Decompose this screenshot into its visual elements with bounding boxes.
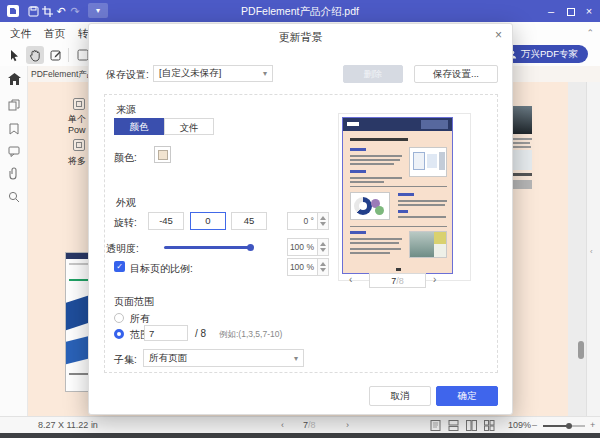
scale-spinner[interactable]: 100 % — [287, 258, 329, 276]
rotate-plus45-button[interactable]: 45 — [231, 212, 267, 230]
range-total: / 8 — [195, 328, 206, 339]
cancel-button[interactable]: 取消 — [369, 386, 431, 406]
maximize-button[interactable] — [562, 0, 580, 22]
page-gutter — [568, 82, 586, 416]
rotate-minus45-button[interactable]: -45 — [148, 212, 184, 230]
update-background-dialog: 更新背景 × 保存设置: [自定义未保存] ▾ 删除 保存设置... 来源 颜色… — [88, 23, 513, 415]
color-label: 颜色: — [114, 151, 137, 165]
title-bar: ↶ ↷ ▾ PDFelement产品介绍.pdf – × — [0, 0, 600, 22]
preview-title-line — [350, 138, 408, 141]
save-settings-value: [自定义未保存] — [159, 67, 221, 80]
menu-file[interactable]: 文件 — [10, 22, 31, 44]
rotate-degree-spinner[interactable]: 0 ° — [287, 212, 329, 230]
window-bottom-edge — [0, 433, 600, 438]
preview-page — [342, 117, 453, 274]
tab-color[interactable]: 颜色 — [114, 118, 164, 135]
vertical-scrollbar[interactable] — [578, 341, 584, 359]
opacity-slider-handle[interactable] — [247, 244, 254, 251]
chevron-down-icon: ▾ — [294, 354, 298, 363]
source-heading: 来源 — [116, 103, 136, 117]
page-thumbnails-icon[interactable] — [7, 98, 21, 112]
chevron-down-icon: ▾ — [263, 69, 267, 78]
delete-button[interactable]: 删除 — [343, 65, 403, 83]
attachments-icon[interactable] — [7, 166, 21, 180]
spinner-arrows[interactable] — [318, 238, 329, 256]
select-cursor-icon[interactable] — [5, 46, 23, 64]
rotate-label: 旋转: — [114, 216, 137, 230]
right-panel-strip: ‹ — [586, 82, 600, 416]
ok-button[interactable]: 确定 — [436, 386, 498, 406]
subset-label: 子集: — [114, 353, 137, 367]
pdf-expert-label: 万兴PDF专家 — [521, 48, 578, 61]
zoom-in-button[interactable]: + — [590, 417, 595, 434]
dialog-title: 更新背景 — [89, 30, 512, 45]
doc-bullet-icon — [73, 98, 85, 110]
range-all-radio[interactable] — [114, 313, 124, 323]
color-swatch[interactable] — [154, 146, 171, 163]
doc-text-fragment: 将多 — [68, 155, 86, 168]
maximize-icon — [567, 8, 575, 16]
view-grid-icon[interactable] — [484, 420, 496, 431]
range-input[interactable] — [144, 325, 188, 341]
opacity-label: 透明度: — [106, 242, 139, 256]
spinner-arrows[interactable] — [318, 258, 329, 276]
panel-collapse-icon[interactable]: ‹ — [590, 247, 593, 256]
opacity-spinner[interactable]: 100 % — [287, 238, 329, 256]
scale-label: 目标页的比例: — [130, 262, 193, 276]
edit-pencil-icon[interactable] — [47, 46, 65, 64]
subset-dropdown[interactable]: 所有页面 ▾ — [143, 349, 304, 367]
opacity-value: 100 % — [287, 238, 318, 256]
toolbar-separator — [68, 48, 69, 62]
save-settings-dropdown[interactable]: [自定义未保存] ▾ — [153, 65, 273, 82]
collapse-ribbon-icon[interactable]: ⌃ — [586, 22, 594, 44]
doc-bullet-icon — [73, 139, 85, 151]
subset-value: 所有页面 — [149, 352, 187, 365]
zoom-slider-handle[interactable] — [566, 423, 572, 429]
preview-page-number — [396, 268, 401, 271]
zoom-out-button[interactable]: – — [532, 417, 537, 434]
window-title: PDFelement产品介绍.pdf — [0, 0, 600, 22]
page-range-heading: 页面范围 — [114, 295, 154, 309]
comments-icon[interactable] — [7, 144, 21, 158]
save-settings-label: 保存设置: — [106, 68, 149, 82]
view-two-page-icon[interactable] — [466, 420, 478, 431]
preview-prev-button[interactable]: ‹ — [349, 274, 352, 285]
close-window-button[interactable]: × — [580, 0, 598, 22]
range-all-label: 所有 — [130, 312, 150, 326]
app-window: ↶ ↷ ▾ PDFelement产品介绍.pdf – × 文件 首页 转换 ⌃ … — [0, 0, 600, 438]
opacity-slider[interactable] — [164, 246, 251, 249]
minimize-button[interactable]: – — [542, 0, 560, 22]
doc-text-fragment: Pow — [68, 125, 86, 135]
preview-next-button[interactable]: › — [433, 274, 436, 285]
scale-checkbox[interactable]: ✓ — [114, 261, 125, 272]
home-icon[interactable] — [7, 72, 21, 86]
pdf-expert-button[interactable]: 万兴PDF专家 — [501, 45, 588, 63]
preview-image-1 — [409, 147, 447, 177]
preview-page-indicator: 7/8 — [369, 273, 426, 288]
zoom-level: 109% — [508, 417, 531, 434]
zoom-slider[interactable] — [543, 425, 585, 427]
rotate-degree-value: 0 ° — [287, 212, 318, 230]
page-dimensions: 8.27 X 11.22 in — [38, 417, 98, 434]
hand-pan-icon[interactable] — [26, 46, 44, 64]
preview-image-3 — [409, 231, 447, 258]
range-hint: 例如:(1,3,5,7-10) — [219, 329, 282, 341]
save-settings-button[interactable]: 保存设置... — [414, 65, 498, 83]
view-continuous-icon[interactable] — [448, 420, 460, 431]
rotate-zero-button[interactable]: 0 — [190, 212, 226, 230]
dialog-close-icon[interactable]: × — [495, 28, 502, 42]
prev-page-button[interactable]: ‹ — [281, 417, 284, 434]
bookmarks-icon[interactable] — [7, 122, 21, 136]
status-bar: 8.27 X 11.22 in ‹ 7/8 › 109% – + — [0, 416, 600, 433]
next-page-button[interactable]: › — [346, 417, 349, 434]
range-custom-radio[interactable] — [114, 329, 124, 339]
appearance-heading: 外观 — [116, 196, 136, 210]
spinner-arrows[interactable] — [318, 212, 329, 230]
view-single-page-icon[interactable] — [430, 420, 442, 431]
search-icon[interactable] — [7, 190, 21, 204]
preview-image-2 — [350, 192, 390, 220]
scale-value: 100 % — [287, 258, 318, 276]
menu-home[interactable]: 首页 — [44, 22, 65, 44]
page-indicator: 7/8 — [303, 417, 316, 434]
tab-file[interactable]: 文件 — [164, 118, 214, 135]
